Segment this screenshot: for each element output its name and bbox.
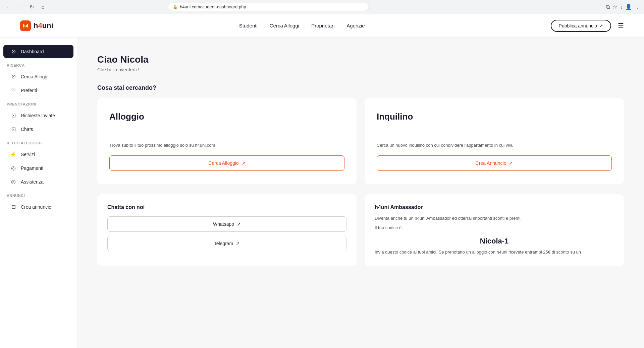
whatsapp-button[interactable]: Whatsapp ↗: [107, 216, 346, 232]
nav-link-studenti[interactable]: Studenti: [239, 23, 258, 28]
url-text: h4uni.com/student-dashboard.php: [180, 4, 246, 9]
preferiti-icon: ♡: [10, 87, 17, 93]
crea-annuncio-icon: ⊡: [10, 204, 17, 210]
ambassador-note: Invia questo codice ai tuoi amici. Se pr…: [375, 249, 614, 256]
card-inquilino-title: Inquilino: [377, 112, 612, 122]
download-icon[interactable]: ↓: [620, 4, 623, 10]
sidebar-item-cerca-alloggi[interactable]: ⊙ Cerca Alloggi: [3, 70, 73, 83]
crea-annuncio-button[interactable]: Crea Annuncio ↗: [377, 155, 612, 171]
crea-annuncio-button-label: Crea Annuncio: [476, 160, 506, 166]
logo[interactable]: h4 h4uni: [20, 20, 53, 31]
sidebar-preferiti-label: Preferiti: [21, 88, 37, 93]
ambassador-code-value: Nicola-1: [375, 237, 614, 246]
nav-link-proprietari[interactable]: Proprietari: [311, 23, 334, 28]
forward-button[interactable]: →: [15, 2, 25, 12]
card-inquilino: Inquilino Cerca un nuovo inquilino con c…: [365, 98, 624, 184]
top-navbar: h4 h4uni Studenti Cerca Alloggi Propriet…: [0, 14, 644, 38]
whatsapp-button-label: Whatsapp: [213, 221, 234, 227]
card-alloggio-desc: Trova subito il tuo prossimo alloggio so…: [109, 142, 344, 149]
sidebar-item-chats[interactable]: ⊡ Chats: [3, 123, 73, 136]
browser-actions: ⧉ ☆ ↓ 👤 ⋮: [606, 4, 640, 10]
main-area: ⊙ Dashboard RICERCA ⊙ Cerca Alloggi ♡ Pr…: [0, 38, 644, 348]
sidebar-pagamenti-label: Pagamenti: [21, 165, 43, 171]
logo-icon-text: h4: [23, 23, 28, 28]
sidebar-item-servizi[interactable]: ⚡ Servizi: [3, 148, 73, 161]
greeting-title: Ciao Nicola: [97, 54, 624, 65]
content-area: Ciao Nicola Che bello riverderti ! Cosa …: [77, 38, 644, 348]
sidebar-item-pagamenti[interactable]: ◎ Pagamenti: [3, 161, 73, 175]
publish-button[interactable]: Pubblica annuncio ↗: [551, 20, 611, 32]
sidebar-section-prenotazioni: PRENOTAZIONI: [0, 97, 77, 108]
hamburger-menu-icon[interactable]: ☰: [618, 22, 624, 30]
section-title: Cosa stai cercando?: [97, 84, 624, 91]
sidebar-richieste-label: Richieste inviate: [21, 113, 55, 118]
nav-links: Studenti Cerca Alloggi Proprietari Agenz…: [239, 23, 365, 28]
nav-link-agenzie[interactable]: Agenzie: [346, 23, 365, 28]
extensions-icon[interactable]: ⧉: [606, 4, 610, 10]
lock-icon: 🔒: [173, 5, 178, 9]
browser-chrome: ← → ↻ ⌂ 🔒 h4uni.com/student-dashboard.ph…: [0, 0, 644, 14]
sidebar-servizi-label: Servizi: [21, 152, 35, 157]
back-button[interactable]: ←: [4, 2, 13, 12]
sidebar-section-alloggio: IL TUO ALLOGGIO: [0, 136, 77, 147]
servizi-icon: ⚡: [10, 151, 17, 157]
publish-button-label: Pubblica annuncio: [559, 23, 597, 28]
bookmark-icon[interactable]: ☆: [612, 4, 617, 10]
sidebar: ⊙ Dashboard RICERCA ⊙ Cerca Alloggi ♡ Pr…: [0, 38, 77, 348]
sidebar-chats-label: Chats: [21, 127, 33, 132]
ambassador-code-label: Il tuo codice è:: [375, 224, 614, 231]
browser-nav-buttons: ← → ↻ ⌂: [4, 2, 48, 12]
dashboard-icon: ⊙: [10, 48, 17, 55]
sidebar-assistenza-label: Assistenza: [21, 179, 44, 185]
cerca-alloggio-button-label: Cerca Alloggio: [208, 160, 238, 166]
page-wrapper: h4 h4uni Studenti Cerca Alloggi Propriet…: [0, 14, 644, 348]
cards-grid: Alloggio Trova subito il tuo prossimo al…: [97, 98, 624, 184]
telegram-button[interactable]: Telegram ↗: [107, 236, 346, 251]
sidebar-cerca-alloggi-label: Cerca Alloggi: [21, 74, 49, 79]
assistenza-icon: ◎: [10, 179, 17, 185]
card-alloggio-title: Alloggio: [109, 112, 344, 122]
address-bar[interactable]: 🔒 h4uni.com/student-dashboard.php: [168, 3, 369, 11]
telegram-arrow-icon: ↗: [236, 241, 240, 246]
ambassador-card: h4uni Ambassador Diventa anche tu un h4u…: [365, 194, 624, 266]
sidebar-crea-annuncio-label: Crea annuncio: [21, 204, 51, 210]
home-button[interactable]: ⌂: [38, 2, 48, 12]
pagamenti-icon: ◎: [10, 165, 17, 171]
chats-icon: ⊡: [10, 126, 17, 132]
publish-arrow-icon: ↗: [599, 23, 603, 28]
richieste-icon: ⊡: [10, 112, 17, 119]
profile-icon[interactable]: 👤: [625, 4, 632, 10]
logo-text: h4uni: [34, 21, 53, 30]
ambassador-title: h4uni Ambassador: [375, 204, 614, 210]
nav-right: Pubblica annuncio ↗ ☰: [551, 20, 624, 32]
ambassador-description: Diventa anche tu un h4uni Ambassador ed …: [375, 215, 614, 222]
cerca-alloggio-button[interactable]: Cerca Alloggio ↗: [109, 155, 344, 171]
card-inquilino-desc: Cerca un nuovo inquilino con cui condivi…: [377, 142, 612, 149]
bottom-grid: Chatta con noi Whatsapp ↗ Telegram ↗ h4u…: [97, 194, 624, 266]
cerca-alloggi-icon: ⊙: [10, 73, 17, 80]
reload-button[interactable]: ↻: [27, 2, 36, 12]
sidebar-section-ricerca: RICERCA: [0, 59, 77, 69]
telegram-button-label: Telegram: [214, 241, 233, 246]
sidebar-item-dashboard[interactable]: ⊙ Dashboard: [3, 45, 73, 58]
cerca-alloggio-arrow-icon: ↗: [241, 160, 246, 166]
greeting-subtitle: Che bello riverderti !: [97, 67, 624, 72]
sidebar-item-richieste-inviate[interactable]: ⊡ Richieste inviate: [3, 109, 73, 122]
sidebar-dashboard-label: Dashboard: [21, 49, 44, 54]
crea-annuncio-arrow-icon: ↗: [509, 160, 513, 166]
sidebar-item-preferiti[interactable]: ♡ Preferiti: [3, 84, 73, 97]
sidebar-item-assistenza[interactable]: ◎ Assistenza: [3, 175, 73, 188]
nav-link-cerca-alloggi[interactable]: Cerca Alloggi: [270, 23, 299, 28]
menu-dots-icon[interactable]: ⋮: [635, 4, 640, 10]
logo-icon: h4: [20, 20, 31, 31]
sidebar-item-crea-annuncio[interactable]: ⊡ Crea annuncio: [3, 200, 73, 213]
sidebar-section-annunci: ANNUNCI: [0, 189, 77, 200]
chat-card-title: Chatta con noi: [107, 204, 346, 210]
whatsapp-arrow-icon: ↗: [237, 221, 241, 227]
chat-card: Chatta con noi Whatsapp ↗ Telegram ↗: [97, 194, 357, 266]
card-alloggio: Alloggio Trova subito il tuo prossimo al…: [97, 98, 357, 184]
